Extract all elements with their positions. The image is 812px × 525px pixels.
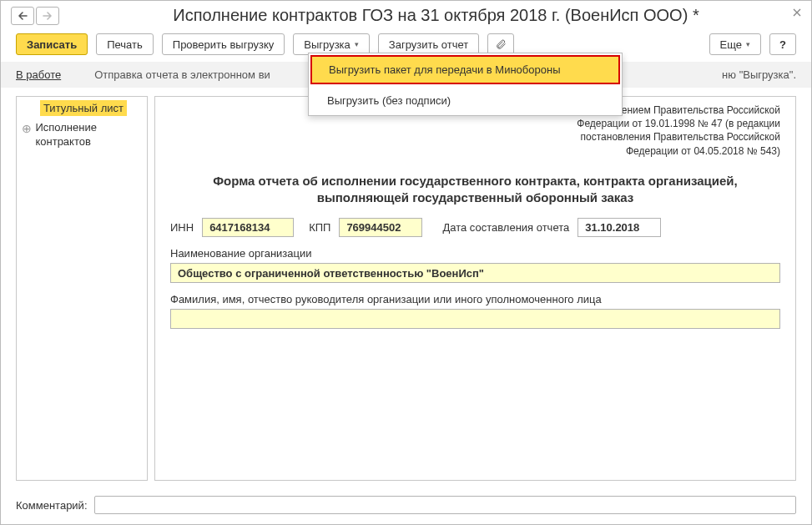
nav-arrows — [11, 7, 59, 25]
kpp-value[interactable]: 769944502 — [339, 218, 422, 237]
date-label: Дата составления отчета — [442, 221, 569, 234]
sidebar-item-title-sheet[interactable]: Титульный лист — [17, 97, 147, 119]
check-export-button[interactable]: Проверить выгрузку — [162, 33, 285, 55]
load-report-label: Загрузить отчет — [389, 38, 468, 51]
org-value[interactable]: Общество с ограниченной ответственностью… — [170, 263, 780, 283]
inn-label: ИНН — [170, 221, 194, 234]
nav-forward-button[interactable] — [36, 7, 59, 25]
nav-back-button[interactable] — [11, 7, 34, 25]
sidebar: Титульный лист ⊕ Исполнение контрактов — [16, 96, 148, 481]
comment-input[interactable] — [94, 496, 797, 514]
org-label: Наименование организации — [170, 247, 780, 260]
window-title: Исполнение контрактов ГОЗ на 31 октября … — [71, 6, 801, 25]
date-value[interactable]: 31.10.2018 — [577, 218, 661, 237]
export-dropdown: Выгрузить пакет для передачи в Миноборон… — [308, 53, 623, 116]
close-button[interactable] — [793, 6, 801, 19]
arrow-right-icon — [43, 12, 53, 20]
decree-line: Федерации от 04.05.2018 № 543) — [170, 144, 780, 158]
comment-label: Комментарий: — [16, 499, 88, 512]
paperclip-icon — [495, 38, 507, 50]
help-button[interactable]: ? — [769, 33, 796, 55]
write-button[interactable]: Записать — [16, 33, 88, 55]
more-button-label: Еще — [720, 38, 742, 51]
chevron-down-icon: ▾ — [355, 40, 359, 48]
dropdown-item-export-package[interactable]: Выгрузить пакет для передачи в Миноборон… — [310, 55, 620, 84]
chevron-down-icon: ▾ — [746, 40, 750, 48]
dropdown-item-export-unsigned[interactable]: Выгрузить (без подписи) — [309, 86, 622, 115]
main-panel: постановлением Правительства Российской … — [154, 96, 796, 481]
inn-value[interactable]: 6417168134 — [202, 218, 294, 237]
check-export-label: Проверить выгрузку — [173, 38, 275, 51]
decree-line: Федерации от 19.01.1998 № 47 (в редакции — [170, 117, 780, 130]
arrow-left-icon — [18, 12, 28, 20]
close-icon — [793, 8, 801, 17]
title-bar: Исполнение контрактов ГОЗ на 31 октября … — [1, 1, 811, 28]
footer: Комментарий: — [1, 489, 811, 524]
ids-row: ИНН 6417168134 КПП 769944502 Дата состав… — [170, 218, 780, 237]
body-area: Титульный лист ⊕ Исполнение контрактов п… — [1, 88, 811, 489]
decree-line: постановления Правительства Российской — [170, 130, 780, 144]
fio-label: Фамилия, имя, отчество руководителя орга… — [170, 293, 780, 305]
export-button-label: Выгрузка — [304, 38, 351, 51]
info-text-left: Отправка отчета в электронном ви — [94, 68, 270, 81]
help-icon: ? — [779, 38, 786, 51]
sidebar-contracts-label: Исполнение контрактов — [35, 121, 142, 149]
sidebar-title-label: Титульный лист — [40, 100, 127, 116]
print-button[interactable]: Печать — [96, 33, 154, 55]
print-button-label: Печать — [107, 38, 143, 51]
info-text-right: ню "Выгрузка". — [722, 68, 796, 81]
dropdown-item-label: Выгрузить пакет для передачи в Миноборон… — [329, 63, 561, 76]
write-button-label: Записать — [27, 38, 77, 51]
form-title: Форма отчета об исполнении государственн… — [179, 173, 772, 207]
dropdown-item-label: Выгрузить (без подписи) — [327, 94, 451, 107]
expand-icon[interactable]: ⊕ — [22, 123, 32, 134]
more-button[interactable]: Еще▾ — [709, 33, 761, 55]
status-link[interactable]: В работе — [16, 68, 61, 81]
sidebar-item-contracts[interactable]: ⊕ Исполнение контрактов — [17, 119, 147, 151]
app-window: Исполнение контрактов ГОЗ на 31 октября … — [0, 0, 812, 525]
fio-value[interactable] — [170, 309, 780, 329]
kpp-label: КПП — [309, 221, 330, 234]
